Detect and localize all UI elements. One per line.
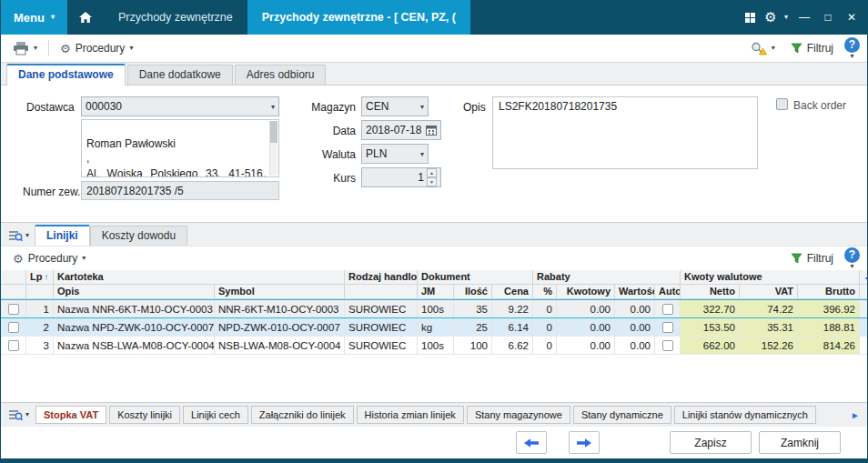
- auto-checkbox[interactable]: [662, 340, 673, 351]
- row-checkbox[interactable]: [8, 322, 19, 333]
- cell-rodzaj: SUROWIEC: [345, 337, 418, 354]
- tab-adres-odbioru[interactable]: Adres odbioru: [235, 65, 327, 85]
- tab-dane-podstawowe[interactable]: Dane podstawowe: [6, 64, 126, 86]
- tab-dane-dodatkowe[interactable]: Dane dodatkowe: [127, 65, 233, 85]
- cell-jm: 100s: [418, 300, 454, 317]
- tab-linijki-cech[interactable]: Linijki cech: [183, 406, 248, 424]
- subheader-opis[interactable]: Opis: [54, 285, 215, 299]
- subheader-procent[interactable]: %: [533, 285, 557, 299]
- auto-checkbox[interactable]: [662, 322, 673, 333]
- cell-ilosc: 25: [454, 318, 492, 336]
- grid-empty-area: [1, 355, 867, 402]
- lines-help-button[interactable]: ? ▾: [844, 247, 860, 270]
- auto-checkbox[interactable]: [662, 304, 673, 315]
- header-select-column[interactable]: [1, 270, 26, 285]
- filter-button[interactable]: Filtruj: [786, 39, 838, 57]
- header-lp[interactable]: Lp↑: [26, 270, 54, 285]
- cell-cena: 9.22: [492, 300, 533, 317]
- lines-view-button[interactable]: ▾: [5, 229, 35, 246]
- subheader-jm[interactable]: JM: [418, 285, 454, 299]
- spinner-down-icon[interactable]: ▼: [427, 177, 437, 186]
- maximize-button[interactable]: □: [816, 0, 840, 35]
- cell-opis: Nazwa NSB-LWA-M08-OCY-0004: [54, 337, 215, 354]
- close-document-button[interactable]: Zamknij: [759, 431, 841, 454]
- table-row[interactable]: 2 Nazwa NPD-ZWK-010-OCY-0007 NPD-ZWK-010…: [1, 318, 867, 337]
- document-tab-1[interactable]: Przychody zewnętrzne: [104, 0, 247, 35]
- close-button[interactable]: ✕: [840, 0, 863, 35]
- table-row[interactable]: 1 Nazwa NNR-6KT-M10-OCY-0003 NNR-6KT-M10…: [1, 299, 867, 318]
- previous-document-button[interactable]: [516, 431, 547, 454]
- toolbar-separator: [48, 40, 49, 56]
- subheader-ilosc[interactable]: Ilość: [454, 285, 492, 299]
- subheader-auto[interactable]: Auto: [655, 285, 681, 299]
- subheader-kwotowy[interactable]: Kwotowy: [557, 285, 615, 299]
- minimize-button[interactable]: —: [792, 0, 816, 35]
- home-icon: [78, 11, 93, 24]
- menu-label: Menu: [14, 11, 45, 25]
- numer-zew-field[interactable]: 20180718201735 /5: [81, 181, 279, 200]
- grid-scroll-left-button[interactable]: ◄: [860, 270, 868, 285]
- cell-brutto: 396.92: [798, 300, 860, 317]
- kurs-stepper[interactable]: 1 ▲ ▼: [361, 167, 441, 187]
- settings-button[interactable]: ⚙: [762, 0, 780, 35]
- dostawca-address-box[interactable]: Roman Pawłowski , Al. Wojska Polskiego 3…: [81, 119, 279, 177]
- subheader-netto[interactable]: Netto: [681, 285, 740, 299]
- save-button[interactable]: Zapisz: [670, 431, 752, 454]
- tab-stany-magazynowe[interactable]: Stany magazynowe: [467, 406, 570, 424]
- subheader-vat[interactable]: VAT: [740, 285, 798, 299]
- tab-stopka-vat[interactable]: Stopka VAT: [35, 406, 106, 424]
- header-dokument[interactable]: Dokument: [418, 270, 533, 285]
- tab-stany-dynamiczne[interactable]: Stany dynamiczne: [573, 406, 671, 424]
- chevron-down-icon: ▾: [82, 255, 86, 262]
- subheader-wartosc[interactable]: Wartość: [615, 285, 655, 299]
- header-rodzaj-handlowy[interactable]: Rodzaj handlowy: [345, 270, 418, 285]
- home-button[interactable]: [67, 0, 104, 35]
- procedures-button[interactable]: ⚙ Procedury ▾: [56, 39, 137, 57]
- tab-koszty-linijki[interactable]: Koszty linijki: [109, 406, 180, 424]
- cell-opis: Nazwa NNR-6KT-M10-OCY-0003: [54, 300, 215, 317]
- lines-procedures-button[interactable]: ⚙ Procedury ▾: [8, 249, 90, 267]
- tab-historia-zmian[interactable]: Historia zmian linijek: [357, 406, 464, 424]
- settings-dropdown[interactable]: ▾: [780, 0, 792, 35]
- opis-value: LS2FK20180718201735: [499, 100, 617, 113]
- tab-linijki[interactable]: Linijki: [35, 225, 90, 247]
- row-checkbox[interactable]: [8, 304, 19, 315]
- magazyn-select[interactable]: CEN ▾: [361, 96, 429, 116]
- header-kwoty-walutowe[interactable]: Kwoty walutowe: [681, 270, 860, 285]
- subheader-symbol[interactable]: Symbol: [215, 285, 345, 299]
- menu-button[interactable]: Menu ▾: [1, 0, 67, 35]
- document-tab-2-active[interactable]: Przychody zewnętrzne - [ CEN, PZ, (: [247, 0, 470, 35]
- tabs-scroll-right-button[interactable]: ►: [847, 410, 863, 420]
- back-order-checkbox[interactable]: [776, 98, 788, 110]
- cell-scroll: [860, 318, 868, 336]
- table-search-icon: [8, 408, 23, 421]
- help-button[interactable]: ? ▾: [844, 37, 860, 60]
- apps-grid-button[interactable]: [738, 0, 762, 35]
- table-row[interactable]: 3 Nazwa NSB-LWA-M08-OCY-0004 NSB-LWA-M08…: [1, 337, 867, 355]
- cell-lp: 3: [26, 337, 54, 354]
- tab-linijki-stanow-label: Linijki stanów dynamicznych: [682, 409, 808, 420]
- address-scrollbar-thumb[interactable]: [270, 121, 278, 143]
- subheader-brutto[interactable]: Brutto: [798, 285, 860, 299]
- header-kartoteka[interactable]: Kartoteka: [54, 270, 345, 285]
- lines-grid: Lp↑ Kartoteka Rodzaj handlowy Dokument R…: [1, 270, 867, 355]
- tab-koszty-dowodu[interactable]: Koszty dowodu: [90, 226, 187, 246]
- next-document-button[interactable]: [569, 431, 600, 454]
- data-field[interactable]: 2018-07-18: [361, 120, 441, 140]
- magazyn-value: CEN: [366, 100, 418, 113]
- cell-scroll: [860, 337, 868, 354]
- opis-field[interactable]: LS2FK20180718201735: [492, 96, 758, 169]
- address-scrollbar[interactable]: [269, 121, 278, 176]
- dostawca-select[interactable]: 000030 ▾: [81, 96, 279, 116]
- header-rabaty[interactable]: Rabaty: [533, 270, 681, 285]
- subheader-cena[interactable]: Cena: [492, 285, 533, 299]
- tab-zalaczniki[interactable]: Załączniki do linijek: [251, 406, 354, 424]
- waluta-select[interactable]: PLN ▾: [361, 144, 429, 164]
- print-button[interactable]: ▾: [8, 38, 42, 58]
- bottom-view-button[interactable]: ▾: [5, 408, 33, 421]
- lines-filter-button[interactable]: Filtruj: [786, 249, 838, 267]
- spinner-up-icon[interactable]: ▲: [427, 168, 437, 177]
- row-checkbox[interactable]: [8, 340, 19, 351]
- search-warning-button[interactable]: ▾: [746, 39, 780, 58]
- tab-linijki-stanow-dynamicznych[interactable]: Linijki stanów dynamicznych: [674, 406, 816, 424]
